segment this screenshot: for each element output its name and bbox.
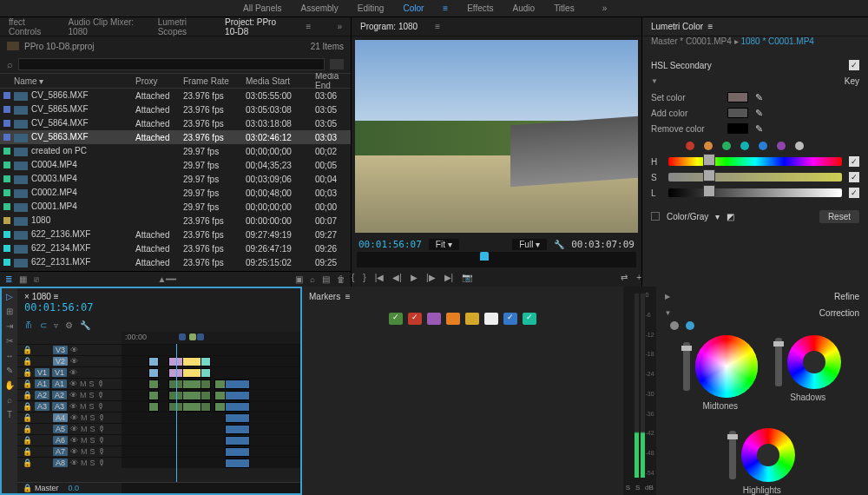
track-A2[interactable]: 🔒A2A2👁MS🎙 [17,389,300,400]
program-tc-left[interactable]: 00:01:56:07 [358,239,422,250]
marker-chip[interactable]: ✓ [523,313,536,325]
sequence-tab[interactable]: 1080 [32,292,51,301]
table-row[interactable]: 1080 23.976 fps 00:00:00:0000:07 [0,214,351,228]
table-row[interactable]: C0004.MP4 29.97 fps 00;04;35;2300;05 [0,158,351,172]
table-row[interactable]: CV_5864.MXF Attached23.976 fps 03:03:18:… [0,116,351,130]
reset-button[interactable]: Reset [819,210,859,223]
marker-chip[interactable]: ✓ [503,313,517,325]
correction-section[interactable]: Correction [665,308,859,318]
freeform-view-icon[interactable]: ⎚ [34,274,39,284]
tab-project[interactable]: Project: PPro 10-D8 [216,17,298,36]
selection-tool-icon[interactable]: ▷ [6,292,13,301]
trash-icon[interactable]: 🗑 [337,274,345,284]
zoom-slider[interactable]: ▲━━ [158,274,177,284]
tab-assembly[interactable]: Assembly [300,3,338,13]
settings-icon[interactable]: ⚙ [65,320,73,330]
master-val[interactable]: 0.0 [69,484,80,492]
shadows-wheel[interactable] [787,335,841,389]
panel-menu-icon[interactable]: ≡ [298,22,320,31]
track-V3[interactable]: 🔒V3👁 [17,344,300,355]
program-playhead[interactable] [480,252,489,261]
wrench-icon[interactable]: 🔧 [554,240,564,249]
tab-all-panels[interactable]: All Panels [243,3,281,13]
color-gray-toggle[interactable] [651,212,660,221]
refine-section[interactable]: Refine [665,292,859,301]
preset-color-dot[interactable] [704,142,713,150]
track-A6[interactable]: 🔒A6👁MS🎙 [17,434,300,446]
comparison-icon[interactable]: ⇄ [621,273,628,282]
table-row[interactable]: CV_5865.MXF Attached23.976 fps 03:05:03:… [0,102,351,116]
track-V1[interactable]: 🔒V1V1👁 [17,366,300,378]
quality-dropdown[interactable]: Full ▾ [512,239,547,250]
preset-color-dot[interactable] [777,142,786,150]
preset-color-dot[interactable] [722,142,731,150]
search-input[interactable] [18,58,325,70]
table-row[interactable]: 622_2131.MXF Attached23.976 fps 09:25:15… [0,255,351,269]
tab-color[interactable]: Color [403,3,424,13]
marker-chip[interactable]: ✓ [389,313,403,325]
list-view-icon[interactable]: ≣ [5,274,12,284]
marker-chip[interactable] [465,313,479,325]
invert-mask-icon[interactable]: ◩ [727,212,734,221]
track-A3[interactable]: 🔒A3A3👁MS🎙 [17,400,300,412]
eyedropper-plus-icon[interactable]: ✎ [755,108,763,119]
search-footer-icon[interactable]: ⌕ [310,274,315,284]
tab-audio[interactable]: Audio [513,3,536,13]
track-A4[interactable]: 🔒A4👁MS🎙 [17,412,300,423]
l-slider[interactable] [668,188,842,197]
tab-audio-clip-mixer[interactable]: Audio Clip Mixer: 1080 [60,17,149,36]
search-icon[interactable]: ⌕ [7,59,13,69]
marker-chip[interactable] [484,313,498,325]
highlights-luma-slider[interactable] [729,431,736,479]
tab-effects[interactable]: Effects [467,3,493,13]
eyedropper-icon[interactable]: ✎ [755,92,763,103]
timeline-ruler[interactable]: :00:00 [122,332,300,344]
marker-chip[interactable] [427,313,441,325]
wheel-mode-3way-icon[interactable] [670,321,679,330]
preset-color-dot[interactable] [795,142,804,150]
track-A5[interactable]: 🔒A5👁MS🎙 [17,423,300,434]
icon-view-icon[interactable]: ▦ [19,274,27,284]
go-out-icon[interactable]: ▶| [444,273,454,282]
lock-icon[interactable]: 🔒 [23,484,32,492]
table-row[interactable]: 622_2136.MXF Attached23.976 fps 09:27:49… [0,228,351,241]
midtones-wheel[interactable] [695,335,758,398]
mark-out-icon[interactable]: } [363,273,365,282]
s-slider[interactable] [668,173,842,182]
play-icon[interactable]: ▶ [411,273,418,282]
preset-color-dot[interactable] [686,142,694,150]
marker-chip[interactable] [446,313,460,325]
tab-editing[interactable]: Editing [358,3,385,13]
table-row[interactable]: CV_5863.MXF Attached23.976 fps 03:02:46:… [0,130,351,144]
ripple-edit-icon[interactable]: ⇥ [6,321,13,331]
timeline-playhead[interactable] [176,344,177,482]
folder-filter-icon[interactable] [330,59,344,69]
table-row[interactable]: C0001.MP4 29.97 fps 00;00;00;0000;00 [0,200,351,214]
panel-overflow-icon[interactable]: » [328,22,351,31]
remove-color-swatch[interactable] [727,123,748,134]
snap-icon[interactable]: ⫚ [24,320,33,330]
wrench-tl-icon[interactable]: 🔧 [80,320,90,330]
marker-icon[interactable]: ▿ [54,320,58,330]
track-A1[interactable]: 🔒A1A1👁MS🎙 [17,378,300,389]
fit-dropdown[interactable]: Fit ▾ [429,239,459,250]
shadows-luma-slider[interactable] [775,338,782,386]
table-row[interactable]: C0003.MP4 29.97 fps 00;03;09;0600;04 [0,172,351,186]
tab-effect-controls[interactable]: ffect Controls [0,17,60,36]
new-item-icon[interactable]: ▤ [322,274,330,284]
track-select-icon[interactable]: ⊞ [6,307,13,316]
highlights-wheel[interactable] [741,428,795,482]
button-editor-icon[interactable]: + [636,273,641,282]
track-A8[interactable]: 🔒A8👁MS🎙 [17,457,300,468]
go-in-icon[interactable]: |◀ [375,273,385,282]
wheel-mode-hsl-icon[interactable] [686,321,694,330]
preset-color-dot[interactable] [759,142,767,150]
table-header[interactable]: Name ▾ Proxy Frame Rate Media Start Medi… [0,73,351,89]
track-V2[interactable]: 🔒V2👁 [17,355,300,366]
program-viewport[interactable] [355,40,638,233]
key-section[interactable]: Key [651,76,859,86]
h-check[interactable]: ✓ [849,156,859,167]
table-row[interactable]: 622_2134.MXF Attached23.976 fps 09:26:47… [0,241,351,255]
h-slider[interactable] [668,157,842,166]
razor-icon[interactable]: ✂ [6,336,13,346]
